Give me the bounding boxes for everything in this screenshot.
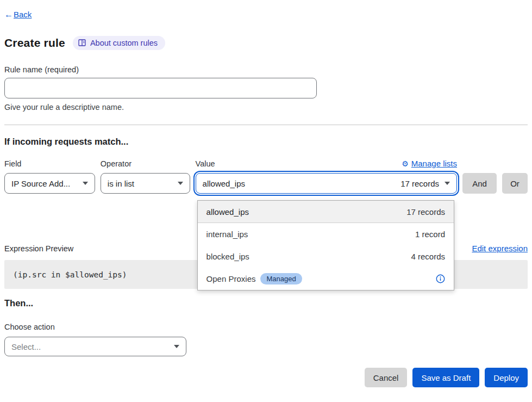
- list-option-record-count: 1 record: [415, 230, 445, 239]
- book-icon: [78, 39, 86, 47]
- value-label: Value: [196, 159, 215, 168]
- value-header-row: Value ⚙ Manage lists: [196, 159, 457, 168]
- or-button[interactable]: Or: [502, 173, 528, 194]
- list-option-open-proxies[interactable]: Open Proxies Managed: [198, 268, 454, 290]
- action-select-placeholder: Select...: [11, 342, 168, 351]
- match-condition-row: Field IP Source Add... Operator is in li…: [4, 159, 528, 194]
- then-section-heading: Then...: [4, 298, 528, 308]
- list-option-name: blocked_ips: [206, 252, 411, 261]
- value-column: Value ⚙ Manage lists allowed_ips 17 reco…: [196, 159, 457, 194]
- and-button[interactable]: And: [462, 173, 497, 194]
- section-divider: [4, 125, 528, 125]
- page-title: Create rule: [4, 36, 65, 50]
- footer-actions: Cancel Save as Draft Deploy: [4, 368, 528, 387]
- managed-badge: Managed: [260, 273, 302, 285]
- title-row: Create rule About custom rules: [4, 36, 528, 50]
- list-option-blocked-ips[interactable]: blocked_ips 4 records: [198, 245, 454, 268]
- info-icon[interactable]: [436, 274, 445, 283]
- list-option-record-count: 17 records: [406, 207, 445, 217]
- chevron-down-icon: [445, 182, 450, 185]
- action-select[interactable]: Select...: [4, 337, 186, 356]
- manage-lists-link[interactable]: Manage lists: [411, 159, 457, 168]
- operator-select-value: is in list: [108, 179, 172, 188]
- field-select-value: IP Source Add...: [11, 179, 77, 188]
- chevron-down-icon: [83, 182, 88, 185]
- rule-name-input[interactable]: [4, 78, 317, 98]
- list-option-name: internal_ips: [206, 230, 415, 239]
- operator-select[interactable]: is in list: [101, 173, 190, 194]
- operator-label: Operator: [101, 159, 190, 168]
- back-arrow-icon: ←: [4, 10, 13, 20]
- list-option-name: allowed_ips: [206, 207, 407, 217]
- edit-expression-link[interactable]: Edit expression: [472, 244, 528, 253]
- rule-name-label: Rule name (required): [4, 65, 528, 74]
- field-column: Field IP Source Add...: [4, 159, 95, 194]
- value-select-record-count: 17 records: [400, 179, 439, 188]
- value-select[interactable]: allowed_ips 17 records: [196, 173, 457, 194]
- list-option-name: Open Proxies: [206, 274, 256, 283]
- deploy-button[interactable]: Deploy: [485, 368, 528, 387]
- field-label: Field: [4, 159, 95, 168]
- cancel-button[interactable]: Cancel: [365, 368, 408, 387]
- field-select[interactable]: IP Source Add...: [4, 173, 95, 194]
- gear-icon: ⚙: [402, 160, 409, 168]
- rule-name-helper-text: Give your rule a descriptive name.: [4, 103, 528, 112]
- back-link[interactable]: ←Back: [4, 10, 32, 19]
- create-rule-page: ←Back Create rule About custom rules Rul…: [0, 0, 532, 387]
- about-custom-rules-label: About custom rules: [90, 39, 158, 47]
- back-row: ←Back: [4, 10, 528, 20]
- chevron-down-icon: [178, 182, 183, 185]
- manage-lists-link-wrap: ⚙ Manage lists: [402, 159, 457, 168]
- list-option-record-count: 4 records: [411, 252, 445, 261]
- operator-column: Operator is in list: [101, 159, 190, 194]
- expression-preview-label: Expression Preview: [4, 244, 73, 253]
- list-option-internal-ips[interactable]: internal_ips 1 record: [198, 223, 454, 245]
- list-option-allowed-ips[interactable]: allowed_ips 17 records: [198, 201, 454, 223]
- choose-action-label: Choose action: [4, 323, 528, 331]
- back-link-label: Back: [14, 10, 32, 19]
- value-select-value: allowed_ips: [203, 179, 401, 188]
- match-section-heading: If incoming requests match...: [4, 137, 528, 147]
- list-dropdown-panel: allowed_ips 17 records internal_ips 1 re…: [197, 200, 454, 290]
- expression-code: (ip.src in $allowed_ips): [13, 270, 127, 279]
- chevron-down-icon: [174, 345, 179, 348]
- save-as-draft-button[interactable]: Save as Draft: [412, 368, 479, 387]
- about-custom-rules-link[interactable]: About custom rules: [73, 36, 165, 50]
